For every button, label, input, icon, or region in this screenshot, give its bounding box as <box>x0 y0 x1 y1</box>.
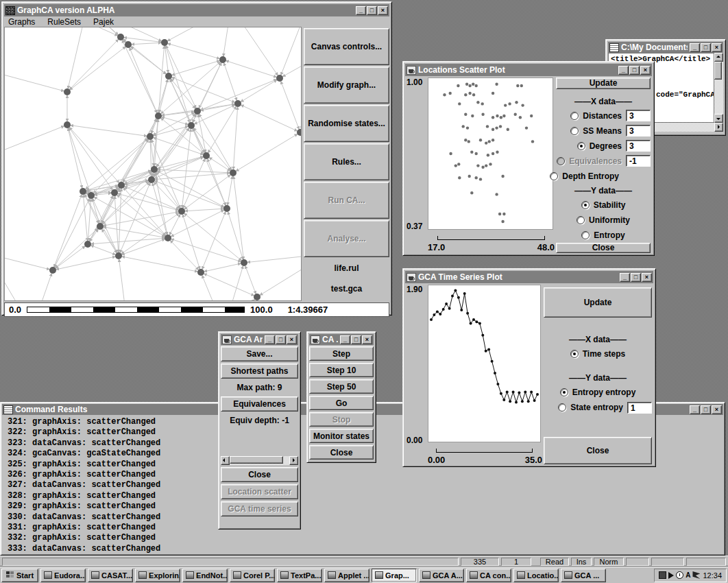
maximize-button[interactable]: □ <box>367 6 377 15</box>
taskbar-button-explorin[interactable]: Explorin... <box>135 569 180 582</box>
ss-means-radio[interactable] <box>570 127 579 135</box>
go-button[interactable]: Go <box>309 396 374 410</box>
slider-left-icon[interactable] <box>221 456 230 465</box>
update-button[interactable]: Update <box>544 287 652 318</box>
close-button[interactable]: × <box>642 273 652 282</box>
taskbar-button-locatio[interactable]: Locatio... <box>513 569 559 582</box>
distances-radio[interactable] <box>570 112 579 120</box>
flag-tray-icon[interactable] <box>692 571 700 579</box>
update-button[interactable]: Update <box>556 78 651 89</box>
state-entropy-field[interactable]: 1 <box>627 402 652 414</box>
equiv-depth-slider[interactable] <box>221 456 298 465</box>
close-button[interactable]: Close <box>221 467 298 482</box>
uniformity-radio[interactable] <box>577 216 585 224</box>
equivalences-radio[interactable] <box>557 157 565 165</box>
location-scatter-button[interactable]: Location scatter <box>221 484 298 499</box>
taskbar-button-gca-a[interactable]: GCA A... <box>419 569 464 582</box>
stability-radio[interactable] <box>581 201 590 209</box>
close-button[interactable]: × <box>378 6 388 15</box>
accessibility-tray-icon[interactable]: A <box>685 571 690 579</box>
menu-pajek[interactable]: Pajek <box>93 17 114 26</box>
step-50-button[interactable]: Step 50 <box>309 379 374 394</box>
time-steps-radio[interactable] <box>570 350 579 358</box>
step-10-button[interactable]: Step 10 <box>309 363 374 377</box>
shortest-paths-button[interactable]: Shortest paths <box>221 364 298 379</box>
step-button[interactable]: Step <box>309 346 374 361</box>
close-button[interactable]: × <box>640 66 651 75</box>
modify-graph-button[interactable]: Modify graph... <box>304 67 389 104</box>
taskbar-button-applet[interactable]: Applet ... <box>324 569 369 582</box>
slider-thumb[interactable] <box>230 456 283 464</box>
distances-field[interactable]: 3 <box>626 110 651 121</box>
clock-tray-icon[interactable] <box>676 571 683 579</box>
rules-button[interactable]: Rules... <box>304 143 389 180</box>
maximize-button[interactable]: □ <box>351 335 361 344</box>
equivalences-field[interactable]: -1 <box>626 155 651 167</box>
taskbar-button-endnot[interactable]: EndNot... <box>182 569 228 582</box>
minimize-button[interactable]: _ <box>690 405 700 414</box>
scroll-track[interactable] <box>714 62 723 114</box>
taskbar-button-ca-con[interactable]: CA con... <box>466 569 511 582</box>
taskbar-button-eudora[interactable]: Eudora... <box>40 569 86 582</box>
menu-graphs[interactable]: Graphs <box>8 17 35 26</box>
document-titlebar[interactable]: C:\My Documents... _□× <box>608 42 723 53</box>
stop-button[interactable]: Stop <box>309 412 374 427</box>
degrees-field[interactable]: 3 <box>626 140 651 152</box>
menu-rulesets[interactable]: RuleSets <box>47 17 81 26</box>
taskbar-button-corel-p[interactable]: Corel P... <box>230 569 275 582</box>
start-button[interactable]: Start <box>1 569 38 582</box>
maximize-button[interactable]: □ <box>631 273 641 282</box>
gca-analysis-titlebar[interactable]: GCA An... _□× <box>221 334 298 345</box>
save-button[interactable]: Save... <box>221 346 298 361</box>
gca-time-series-button[interactable]: GCA time series <box>221 501 298 516</box>
taskbar-button-casat[interactable]: CASAT... <box>88 569 133 582</box>
minimize-button[interactable]: _ <box>356 6 366 15</box>
analyse-button[interactable]: Analyse... <box>304 220 389 257</box>
degrees-radio[interactable] <box>577 142 585 150</box>
scroll-up-icon[interactable] <box>714 53 723 62</box>
taskbar-button-textpa[interactable]: TextPa... <box>277 569 322 582</box>
maximize-button[interactable]: □ <box>701 405 711 414</box>
taskbar-button-grap[interactable]: Grap... <box>372 569 417 582</box>
minimize-button[interactable]: _ <box>265 335 275 344</box>
close-button[interactable]: × <box>712 43 722 52</box>
equivalences-button[interactable]: Equivalences <box>221 396 298 412</box>
ss-means-field[interactable]: 3 <box>626 125 651 136</box>
randomise-states-button[interactable]: Randomise states... <box>304 105 389 142</box>
volume-tray-icon[interactable] <box>668 572 674 579</box>
time-series-titlebar[interactable]: GCA Time Series Plot _□× <box>405 271 653 283</box>
close-button[interactable]: × <box>287 335 297 344</box>
monitor-states-button[interactable]: Monitor states <box>309 429 374 443</box>
entropy-entropy-radio[interactable] <box>560 388 568 396</box>
ca-controls-titlebar[interactable]: CA ... _□× <box>309 334 374 345</box>
close-button[interactable]: × <box>712 405 722 414</box>
close-button[interactable]: Close <box>309 445 374 460</box>
depth-entropy-radio[interactable] <box>550 172 558 180</box>
canvas-controls-button[interactable]: Canvas controls... <box>304 28 389 65</box>
scroll-right-icon[interactable] <box>714 123 723 132</box>
taskbar-button-gca[interactable]: GCA ... <box>561 569 606 582</box>
scroll-thumb[interactable] <box>714 62 722 80</box>
graphca-titlebar[interactable]: GraphCA version ALPHA _□× <box>4 4 389 16</box>
minimize-button[interactable]: _ <box>690 43 700 52</box>
close-button[interactable]: Close <box>556 243 651 253</box>
minimize-button[interactable]: _ <box>620 273 630 282</box>
slider-right-icon[interactable] <box>289 456 298 465</box>
java-icon <box>564 571 572 579</box>
display-tray-icon[interactable] <box>659 571 666 579</box>
minimize-button[interactable]: _ <box>618 66 629 75</box>
maximize-button[interactable]: □ <box>629 66 640 75</box>
state-entropy-radio[interactable] <box>558 403 566 412</box>
slider-track[interactable] <box>230 456 289 465</box>
close-button[interactable]: Close <box>544 437 652 464</box>
scroll-down-icon[interactable] <box>714 114 723 123</box>
graph-canvas[interactable] <box>4 27 302 301</box>
close-button[interactable]: × <box>362 335 372 344</box>
vertical-scrollbar[interactable] <box>714 53 723 123</box>
maximize-button[interactable]: □ <box>276 335 286 344</box>
maximize-button[interactable]: □ <box>701 43 711 52</box>
run-ca-button[interactable]: Run CA... <box>304 182 389 219</box>
minimize-button[interactable]: _ <box>340 335 350 344</box>
scatter-plot-titlebar[interactable]: Locations Scatter Plot _□× <box>405 64 652 76</box>
entropy-radio[interactable] <box>581 231 590 239</box>
